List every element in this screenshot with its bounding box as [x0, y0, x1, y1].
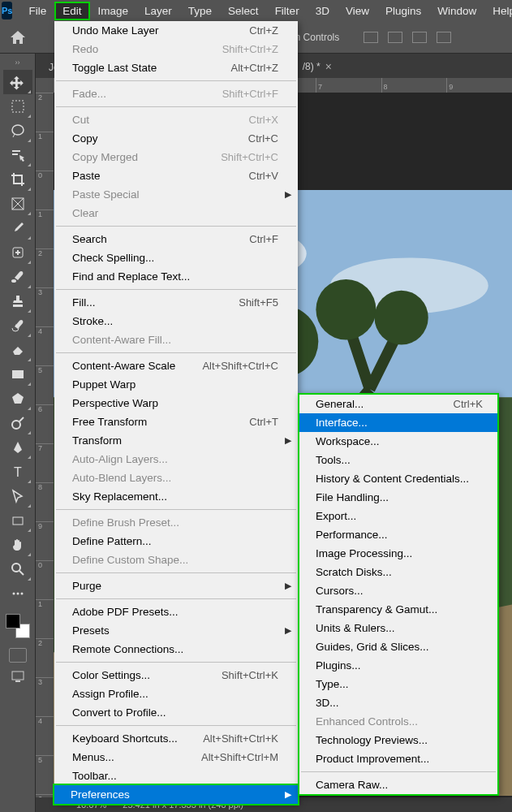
menu-item-search[interactable]: SearchCtrl+F [54, 230, 298, 248]
menu-item-transform[interactable]: Transform▶ [54, 431, 298, 450]
menu-item-adobe-pdf-presets[interactable]: Adobe PDF Presets... [54, 603, 298, 621]
menu-shortcut: Ctrl+X [249, 112, 278, 127]
ruler-tick: 4 [36, 716, 54, 755]
submenu-item-plugins[interactable]: Plugins... [299, 656, 497, 675]
crop-tool[interactable] [3, 167, 32, 192]
menu-item-check-spelling[interactable]: Check Spelling... [54, 248, 298, 267]
menu-item-label: Adobe PDF Presets... [72, 604, 179, 620]
menubar-item-3d[interactable]: 3D [308, 2, 338, 20]
text-tool[interactable]: T [3, 460, 32, 484]
submenu-item-general[interactable]: General...Ctrl+K [299, 395, 497, 413]
align-top-icon[interactable] [364, 32, 378, 43]
frame-tool[interactable] [3, 192, 32, 216]
submenu-item-history-content-credentials[interactable]: History & Content Credentials... [299, 469, 497, 488]
more-tool[interactable] [3, 581, 32, 606]
move-tool[interactable] [3, 70, 32, 94]
menu-item-puppet-warp[interactable]: Puppet Warp [54, 375, 298, 394]
menubar-item-window[interactable]: Window [429, 2, 484, 20]
submenu-item-technology-previews[interactable]: Technology Previews... [299, 731, 497, 749]
lasso-tool[interactable] [3, 119, 32, 143]
menubar-item-edit[interactable]: Edit [54, 2, 89, 20]
custom-shape-tool[interactable] [3, 508, 32, 533]
menu-item-remote-connections[interactable]: Remote Connections... [54, 640, 298, 659]
align-middle-icon[interactable] [388, 32, 402, 43]
submenu-item-label: 3D... [316, 695, 339, 710]
menu-item-paste[interactable]: PasteCtrl+V [54, 166, 298, 185]
submenu-item-scratch-disks[interactable]: Scratch Disks... [299, 563, 497, 581]
menu-item-preferences[interactable]: Preferences▶ [53, 784, 299, 806]
menu-item-copy[interactable]: CopyCtrl+C [54, 129, 298, 148]
submenu-item-units-rulers[interactable]: Units & Rulers... [299, 619, 497, 637]
menu-item-presets[interactable]: Presets▶ [54, 621, 298, 640]
submenu-item-file-handling[interactable]: File Handling... [299, 488, 497, 507]
marquee-tool[interactable] [3, 94, 32, 119]
menubar-item-plugins[interactable]: Plugins [377, 2, 429, 20]
submenu-item-type[interactable]: Type... [299, 675, 497, 693]
stamp-tool[interactable] [3, 289, 32, 313]
color-swatches[interactable] [6, 614, 30, 638]
menubar-item-filter[interactable]: Filter [267, 2, 308, 20]
menubar-item-file[interactable]: File [20, 2, 54, 20]
menu-item-stroke[interactable]: Stroke... [54, 312, 298, 330]
submenu-item-tools[interactable]: Tools... [299, 451, 497, 469]
dodge-tool[interactable] [3, 411, 32, 435]
menubar-item-type[interactable]: Type [180, 2, 220, 20]
document-tab-active[interactable]: /8) * × [295, 55, 340, 78]
doc-tab-label: /8) * [303, 61, 321, 72]
eraser-tool[interactable] [3, 338, 32, 362]
submenu-item-product-improvement[interactable]: Product Improvement... [299, 749, 497, 768]
menu-item-define-pattern[interactable]: Define Pattern... [54, 532, 298, 551]
submenu-item-workspace[interactable]: Workspace... [299, 432, 497, 451]
align-bottom-icon[interactable] [412, 32, 427, 43]
menubar-item-view[interactable]: View [338, 2, 377, 20]
menu-item-content-aware-scale[interactable]: Content-Aware ScaleAlt+Shift+Ctrl+C [54, 356, 298, 375]
zoom-tool[interactable] [3, 557, 32, 581]
menu-item-free-transform[interactable]: Free TransformCtrl+T [54, 412, 298, 431]
healing-tool[interactable] [3, 240, 32, 265]
quick-select-tool[interactable] [3, 143, 32, 167]
screen-mode-icon[interactable] [9, 669, 27, 684]
submenu-item-camera-raw[interactable]: Camera Raw... [299, 775, 497, 794]
submenu-item-interface[interactable]: Interface... [299, 413, 497, 432]
menu-shortcut: Ctrl+F [249, 231, 278, 247]
quick-mask-icon[interactable] [9, 648, 27, 663]
brush-tool[interactable] [3, 265, 32, 289]
path-select-tool[interactable] [3, 484, 32, 508]
menubar-item-help[interactable]: Help [484, 2, 512, 20]
menubar-item-select[interactable]: Select [220, 2, 267, 20]
submenu-item-guides-grid-slices[interactable]: Guides, Grid & Slices... [299, 637, 497, 656]
menu-item-purge[interactable]: Purge▶ [54, 577, 298, 595]
submenu-item-image-processing[interactable]: Image Processing... [299, 544, 497, 563]
menu-item-convert-to-profile[interactable]: Convert to Profile... [54, 703, 298, 722]
menu-item-sky-replacement[interactable]: Sky Replacement... [54, 487, 298, 506]
home-icon[interactable] [6, 26, 29, 49]
submenu-item-transparency-gamut[interactable]: Transparency & Gamut... [299, 600, 497, 619]
menu-separator [56, 725, 296, 726]
menu-item-fill[interactable]: Fill...Shift+F5 [54, 293, 298, 312]
menu-item-undo-make-layer[interactable]: Undo Make LayerCtrl+Z [54, 21, 298, 40]
foreground-color-swatch[interactable] [6, 614, 20, 628]
polygon-tool[interactable] [3, 387, 32, 411]
pen-tool[interactable] [3, 435, 32, 460]
submenu-item-export[interactable]: Export... [299, 507, 497, 525]
submenu-item-cursors[interactable]: Cursors... [299, 581, 497, 600]
menu-item-assign-profile[interactable]: Assign Profile... [54, 685, 298, 703]
menu-item-toggle-last-state[interactable]: Toggle Last StateAlt+Ctrl+Z [54, 58, 298, 77]
submenu-item-performance[interactable]: Performance... [299, 525, 497, 544]
menubar-item-image[interactable]: Image [90, 2, 137, 20]
eyedropper-tool[interactable] [3, 216, 32, 240]
menu-item-keyboard-shortcuts[interactable]: Keyboard Shortcuts...Alt+Shift+Ctrl+K [54, 729, 298, 748]
menu-item-color-settings[interactable]: Color Settings...Shift+Ctrl+K [54, 666, 298, 685]
submenu-item-d[interactable]: 3D... [299, 693, 497, 712]
hand-tool[interactable] [3, 533, 32, 557]
toolpanel-expand-icon[interactable]: ›› [0, 57, 35, 68]
menu-item-menus[interactable]: Menus...Alt+Shift+Ctrl+M [54, 748, 298, 767]
close-icon[interactable]: × [325, 60, 332, 73]
rectangle-tool[interactable] [3, 362, 32, 387]
menubar-item-layer[interactable]: Layer [136, 2, 180, 20]
menu-item-perspective-warp[interactable]: Perspective Warp [54, 394, 298, 412]
menu-item-find-and-replace-text[interactable]: Find and Replace Text... [54, 267, 298, 286]
align-more-icon[interactable] [437, 32, 451, 43]
history-brush-tool[interactable] [3, 313, 32, 338]
menu-item-toolbar[interactable]: Toolbar... [54, 767, 298, 785]
